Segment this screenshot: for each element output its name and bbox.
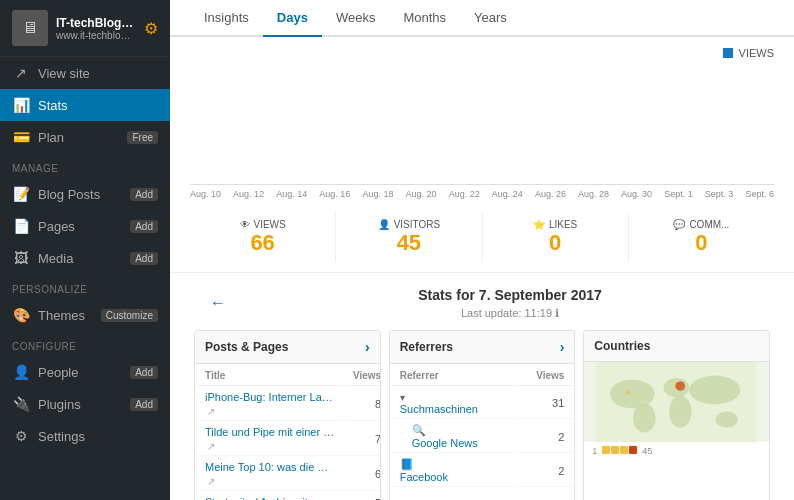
blog-posts-badge[interactable]: Add [130, 188, 158, 201]
eye-icon: 👁 [240, 219, 250, 230]
referrer-link[interactable]: Suchmaschinen [400, 403, 506, 415]
table-row: 🔍 Google News 2 [392, 421, 573, 453]
heat-cell-dark [629, 446, 637, 454]
table-row: Startseite / Archivseiten↗5 [197, 493, 381, 500]
countries-col: Countries [583, 330, 770, 500]
site-avatar: 🖥 [12, 10, 48, 46]
sidebar-item-media[interactable]: 🖼 Media Add [0, 242, 170, 274]
media-badge[interactable]: Add [130, 252, 158, 265]
stat-comments: 💬 COMM... 0 [629, 213, 774, 262]
google-icon: 🔍 [412, 424, 426, 436]
chart-legend: VIEWS [190, 47, 774, 59]
back-arrow[interactable]: ← [190, 294, 246, 312]
posts-pages-header: Posts & Pages › [195, 331, 380, 364]
plugins-icon: 🔌 [12, 396, 30, 412]
stats-icon: 📊 [12, 97, 30, 113]
sidebar-item-pages[interactable]: 📄 Pages Add [0, 210, 170, 242]
referrer-col-header: Referrer [392, 366, 514, 386]
pages-badge[interactable]: Add [130, 220, 158, 233]
sidebar: 🖥 IT-techBlog.de www.it-techblog.de ⚙ ↗ … [0, 0, 170, 500]
plan-badge: Free [127, 131, 158, 144]
tab-weeks[interactable]: Weeks [322, 0, 390, 37]
svg-point-9 [676, 381, 686, 391]
svg-point-8 [626, 390, 631, 395]
plugins-badge[interactable]: Add [130, 398, 158, 411]
sidebar-item-settings[interactable]: ⚙ Settings [0, 420, 170, 452]
authors-label: Authors [390, 493, 575, 500]
media-icon: 🖼 [12, 250, 30, 266]
personalize-section-label: Personalize [0, 274, 170, 299]
sidebar-item-stats[interactable]: 📊 Stats [0, 89, 170, 121]
table-row: Tilde und Pipe mit einer Mac-Tast...↗7 [197, 423, 381, 456]
posts-pages-table: Title Views iPhone-Bug: Interner Lautspr… [195, 364, 381, 500]
view-site-link[interactable]: ↗ View site [0, 57, 170, 89]
sidebar-item-people[interactable]: 👤 People Add [0, 356, 170, 388]
daily-stats-sub: Last update: 11:19 ℹ [246, 307, 774, 320]
legend-label: VIEWS [739, 47, 774, 59]
themes-icon: 🎨 [12, 307, 30, 323]
external-link-icon: ↗ [12, 65, 30, 81]
post-link[interactable]: Tilde und Pipe mit einer Mac-Tast... [205, 426, 335, 438]
sidebar-item-themes[interactable]: 🎨 Themes Customize [0, 299, 170, 331]
heat-bar: 1 45 [584, 442, 769, 460]
col-title-header: Title [197, 366, 343, 386]
table-row: iPhone-Bug: Interner Lautsprecher...↗8 [197, 388, 381, 421]
comments-value: 0 [695, 230, 707, 256]
visitors-value: 45 [397, 230, 421, 256]
heat-cell [611, 446, 619, 454]
svg-point-5 [689, 376, 740, 405]
likes-value: 0 [549, 230, 561, 256]
tab-insights[interactable]: Insights [190, 0, 263, 37]
settings-icon[interactable]: ⚙ [144, 19, 158, 38]
configure-section-label: Configure [0, 331, 170, 356]
people-badge[interactable]: Add [130, 366, 158, 379]
three-cols: Posts & Pages › Title Views iPhone-Bug: … [170, 330, 794, 500]
svg-point-2 [633, 404, 655, 433]
stat-likes: ⭐ LIKES 0 [483, 213, 629, 262]
tab-months[interactable]: Months [389, 0, 460, 37]
facebook-icon: 📘 [400, 458, 414, 470]
table-row: ▾ Suchmaschinen 31 [392, 388, 573, 419]
post-link[interactable]: iPhone-Bug: Interner Lautsprecher... [205, 391, 335, 403]
referrers-header: Referrers › [390, 331, 575, 364]
site-name: IT-techBlog.de [56, 16, 136, 30]
post-link[interactable]: Startseite / Archivseiten [205, 496, 320, 500]
info-icon: ℹ [555, 307, 559, 319]
posts-pages-col: Posts & Pages › Title Views iPhone-Bug: … [194, 330, 381, 500]
external-link-icon: ↗ [207, 476, 215, 487]
sidebar-item-plugins[interactable]: 🔌 Plugins Add [0, 388, 170, 420]
countries-header: Countries [584, 331, 769, 362]
svg-point-4 [669, 396, 691, 428]
sidebar-item-blog-posts[interactable]: 📝 Blog Posts Add [0, 178, 170, 210]
themes-badge[interactable]: Customize [101, 309, 158, 322]
referrer-link[interactable]: Google News [412, 437, 506, 449]
pages-icon: 📄 [12, 218, 30, 234]
post-link[interactable]: Meine Top 10: was die Fritzbox all... [205, 461, 335, 473]
expand-icon[interactable]: ▾ [400, 392, 405, 403]
stat-visitors: 👤 VISITORS 45 [336, 213, 482, 262]
tab-days[interactable]: Days [263, 0, 322, 37]
site-header[interactable]: 🖥 IT-techBlog.de www.it-techblog.de ⚙ [0, 0, 170, 57]
views-value: 66 [250, 230, 274, 256]
heat-cell [620, 446, 628, 454]
referrers-arrow[interactable]: › [560, 339, 565, 355]
chart-labels: Aug. 10 Aug. 12 Aug. 14 Aug. 16 Aug. 18 … [190, 185, 774, 203]
table-row: Meine Top 10: was die Fritzbox all...↗6 [197, 458, 381, 491]
external-link-icon: ↗ [207, 441, 215, 452]
chart-container: VIEWS Aug. 10 Aug. 12 Aug. 14 Aug. 16 Au… [170, 37, 794, 203]
svg-point-6 [716, 412, 738, 428]
svg-point-1 [610, 380, 655, 409]
star-icon: ⭐ [533, 219, 545, 230]
referrer-link[interactable]: Facebook [400, 471, 506, 483]
heat-cell [602, 446, 610, 454]
legend-dot [723, 48, 733, 58]
stats-summary: 👁 VIEWS 66 👤 VISITORS 45 ⭐ LIKES 0 💬 COM… [170, 203, 794, 273]
table-row: 📘 Facebook 2 [392, 455, 573, 487]
tabs-bar: Insights Days Weeks Months Years [170, 0, 794, 37]
tab-years[interactable]: Years [460, 0, 521, 37]
sidebar-item-plan[interactable]: 💳 Plan Free [0, 121, 170, 153]
people-icon: 👤 [12, 364, 30, 380]
manage-section-label: Manage [0, 153, 170, 178]
map-svg [584, 362, 769, 442]
posts-pages-arrow[interactable]: › [365, 339, 370, 355]
